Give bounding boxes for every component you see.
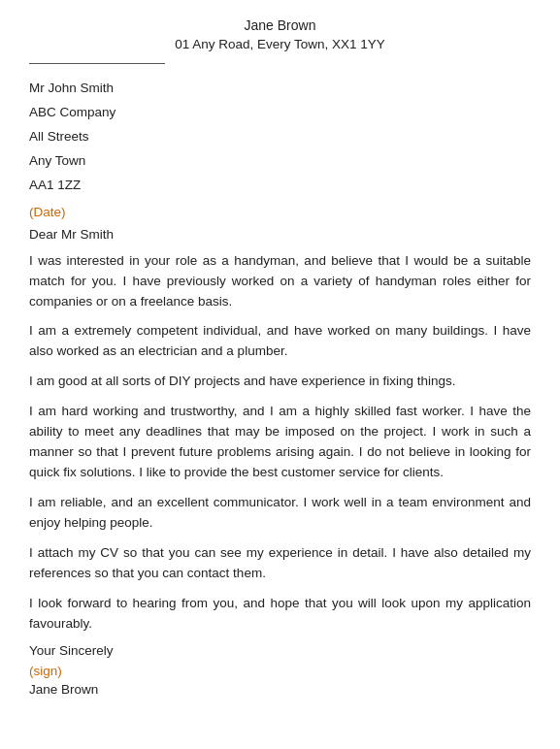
paragraph-3: I am good at all sorts of DIY projects a… (29, 372, 531, 392)
letter-body: I was interested in your role as a handy… (29, 251, 531, 635)
recipient-postcode: AA1 1ZZ (29, 175, 531, 197)
signatory-name: Jane Brown (29, 682, 531, 697)
recipient-street: All Streets (29, 126, 531, 148)
date-placeholder: (Date) (29, 205, 531, 219)
sender-address: 01 Any Road, Every Town, XX1 1YY (29, 37, 531, 51)
paragraph-1: I was interested in your role as a handy… (29, 251, 531, 312)
paragraph-7: I look forward to hearing from you, and … (29, 594, 531, 635)
paragraph-5: I am reliable, and an excellent communic… (29, 493, 531, 534)
salutation: Dear Mr Smith (29, 227, 531, 242)
recipient-town: Any Town (29, 150, 531, 173)
paragraph-6: I attach my CV so that you can see my ex… (29, 543, 531, 584)
recipient-company: ABC Company (29, 102, 531, 124)
letter-header: Jane Brown 01 Any Road, Every Town, XX1 … (29, 17, 531, 51)
recipient-address: Mr John Smith ABC Company All Streets An… (29, 78, 531, 197)
closing: Your Sincerely (29, 643, 531, 658)
recipient-name: Mr John Smith (29, 78, 531, 100)
sender-name: Jane Brown (29, 17, 531, 33)
paragraph-4: I am hard working and trustworthy, and I… (29, 402, 531, 483)
sign-placeholder: (sign) (29, 664, 531, 678)
divider-line (29, 63, 165, 64)
paragraph-2: I am a extremely competent individual, a… (29, 321, 531, 362)
